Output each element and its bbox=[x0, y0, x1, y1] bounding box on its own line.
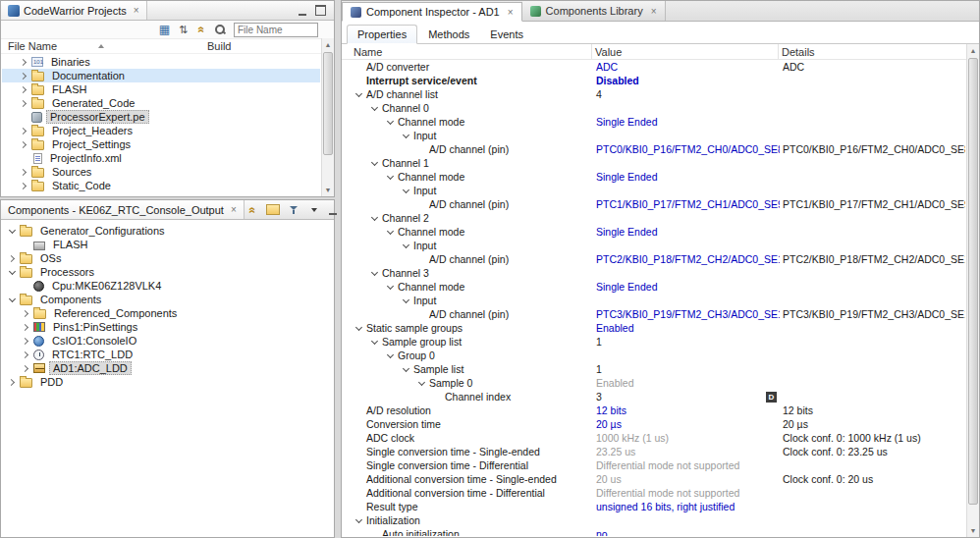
property-row[interactable]: Interrupt service/eventDisabled bbox=[343, 74, 965, 87]
build-column-header[interactable]: Build bbox=[207, 40, 231, 52]
chevron-down-icon[interactable] bbox=[370, 214, 379, 223]
maximize-icon[interactable] bbox=[312, 3, 329, 19]
table-view-icon[interactable] bbox=[156, 22, 173, 37]
tab-properties[interactable]: Properties bbox=[347, 25, 417, 44]
tree-item[interactable]: ProcessorExpert.pe bbox=[2, 110, 320, 124]
chevron-down-icon[interactable] bbox=[402, 296, 410, 305]
chevron-right-icon[interactable] bbox=[20, 168, 28, 177]
chevron-right-icon[interactable] bbox=[22, 350, 30, 359]
chevron-down-icon[interactable] bbox=[370, 269, 379, 278]
property-value-cell[interactable]: Single Ended bbox=[593, 171, 780, 183]
property-row[interactable]: Single conversion time - Single-ended23.… bbox=[343, 445, 965, 458]
tab-events[interactable]: Events bbox=[480, 26, 533, 43]
scroll-down-icon[interactable]: ▼ bbox=[967, 524, 979, 537]
chevron-down-icon[interactable] bbox=[354, 90, 363, 99]
property-row[interactable]: Static sample groupsEnabled bbox=[343, 321, 965, 335]
tree-item[interactable]: Referenced_Components bbox=[2, 306, 333, 320]
chevron-down-icon[interactable] bbox=[370, 338, 379, 347]
chevron-down-icon[interactable] bbox=[402, 242, 410, 250]
property-row[interactable]: A/D channel (pin)PTC0/KBI0_P16/FTM2_CH0/… bbox=[343, 142, 965, 156]
chevron-right-icon[interactable] bbox=[8, 378, 17, 387]
property-row[interactable]: Auto initializationno bbox=[343, 527, 965, 536]
tree-item[interactable]: PDD bbox=[2, 375, 333, 389]
property-value-cell[interactable]: 20 us bbox=[593, 473, 780, 485]
collapse-all-icon[interactable] bbox=[193, 22, 210, 37]
tree-item[interactable]: Cpu:MKE06Z128VLK4 bbox=[2, 279, 333, 293]
property-row[interactable]: Conversion time20 µs20 µs bbox=[343, 417, 965, 431]
property-row[interactable]: Initialization bbox=[343, 513, 965, 527]
property-row[interactable]: Input bbox=[343, 184, 965, 197]
property-value-cell[interactable]: 23.25 us bbox=[593, 446, 780, 457]
value-column-header[interactable]: Value bbox=[592, 44, 779, 59]
property-row[interactable]: A/D channel (pin)PTC1/KBI0_P17/FTM2_CH1/… bbox=[343, 197, 965, 211]
view-menu-icon[interactable] bbox=[306, 202, 323, 218]
projects-column-header[interactable]: File Name Build bbox=[1, 39, 334, 54]
property-row[interactable]: Sample group list1 bbox=[343, 335, 965, 349]
name-column-header[interactable]: Name bbox=[342, 44, 592, 59]
file-name-filter-input[interactable] bbox=[234, 23, 318, 37]
tree-item[interactable]: Generated_Code bbox=[2, 96, 320, 110]
property-row[interactable]: Sample list1 bbox=[343, 362, 965, 376]
property-row[interactable]: Channel 2 bbox=[343, 211, 965, 225]
property-row[interactable]: A/D converterADCADC bbox=[343, 60, 965, 74]
chevron-down-icon[interactable] bbox=[402, 132, 410, 140]
tree-item[interactable]: OSs bbox=[2, 251, 333, 265]
tree-item[interactable]: Sources bbox=[2, 165, 320, 179]
property-value-cell[interactable]: 3D bbox=[593, 391, 780, 403]
tree-item[interactable]: Static_Code bbox=[2, 179, 320, 192]
chevron-down-icon[interactable] bbox=[8, 227, 17, 236]
property-value-cell[interactable]: 20 µs bbox=[593, 418, 780, 430]
property-row[interactable]: Group 0 bbox=[343, 349, 965, 362]
chevron-right-icon[interactable] bbox=[20, 72, 28, 81]
tree-item[interactable]: Project_Headers bbox=[2, 124, 320, 137]
tree-item[interactable]: RTC1:RTC_LDD bbox=[2, 348, 333, 361]
close-icon[interactable]: × bbox=[231, 204, 237, 215]
property-row[interactable]: A/D channel list4 bbox=[343, 87, 965, 101]
chevron-right-icon[interactable] bbox=[22, 323, 30, 332]
tab-component-inspector[interactable]: Component Inspector - AD1 × bbox=[342, 2, 522, 22]
collapse-all-icon[interactable] bbox=[245, 202, 261, 218]
property-row[interactable]: Additional conversion time - Differentia… bbox=[343, 486, 965, 500]
property-value-cell[interactable]: Single Ended bbox=[593, 281, 780, 293]
tree-item[interactable]: FLASH bbox=[2, 238, 333, 251]
property-row[interactable]: Channel index3D bbox=[343, 390, 965, 404]
property-value-cell[interactable]: 1 bbox=[593, 336, 780, 348]
scroll-down-icon[interactable]: ▼ bbox=[322, 184, 334, 196]
chevron-right-icon[interactable] bbox=[8, 254, 17, 263]
scroll-up-icon[interactable]: ▲ bbox=[322, 38, 334, 51]
property-row[interactable]: Single conversion time - DifferentialDif… bbox=[343, 458, 965, 472]
filter-icon[interactable] bbox=[286, 202, 302, 218]
property-row[interactable]: Input bbox=[343, 239, 965, 252]
sort-icon[interactable] bbox=[175, 22, 191, 37]
chevron-down-icon[interactable] bbox=[417, 379, 426, 388]
close-icon[interactable]: × bbox=[651, 6, 657, 17]
property-row[interactable]: A/D channel (pin)PTC3/KBI0_P19/FTM2_CH3/… bbox=[343, 307, 965, 321]
property-value-cell[interactable]: 4 bbox=[593, 88, 780, 100]
chevron-right-icon[interactable] bbox=[22, 337, 30, 346]
chevron-down-icon[interactable] bbox=[8, 268, 17, 277]
chevron-right-icon[interactable] bbox=[22, 309, 30, 318]
chevron-down-icon[interactable] bbox=[370, 104, 379, 113]
scroll-thumb[interactable] bbox=[323, 52, 333, 155]
chevron-down-icon[interactable] bbox=[402, 365, 410, 374]
property-value-cell[interactable]: Enabled bbox=[593, 377, 780, 389]
chevron-down-icon[interactable] bbox=[386, 228, 395, 237]
property-value-cell[interactable]: 1 bbox=[593, 363, 780, 375]
file-name-column-header[interactable]: File Name bbox=[8, 40, 57, 52]
chevron-right-icon[interactable] bbox=[20, 85, 28, 94]
chevron-down-icon[interactable] bbox=[386, 173, 395, 182]
scroll-thumb[interactable] bbox=[968, 58, 978, 505]
chevron-right-icon[interactable] bbox=[22, 364, 30, 373]
tree-item[interactable]: Processors bbox=[2, 265, 333, 279]
close-icon[interactable]: × bbox=[508, 7, 514, 18]
chevron-right-icon[interactable] bbox=[20, 127, 28, 135]
tree-item[interactable]: Pins1:PinSettings bbox=[2, 320, 333, 334]
tree-item[interactable]: Documentation bbox=[2, 69, 320, 82]
scroll-up-icon[interactable]: ▲ bbox=[967, 44, 979, 57]
property-row[interactable]: A/D channel (pin)PTC2/KBI0_P18/FTM2_CH2/… bbox=[343, 252, 965, 266]
tree-item[interactable]: AD1:ADC_LDD bbox=[2, 361, 333, 375]
property-value-cell[interactable]: ADC bbox=[593, 61, 780, 73]
chevron-down-icon[interactable] bbox=[370, 159, 379, 168]
property-row[interactable]: Channel 0 bbox=[343, 101, 965, 115]
search-icon[interactable] bbox=[212, 22, 229, 37]
